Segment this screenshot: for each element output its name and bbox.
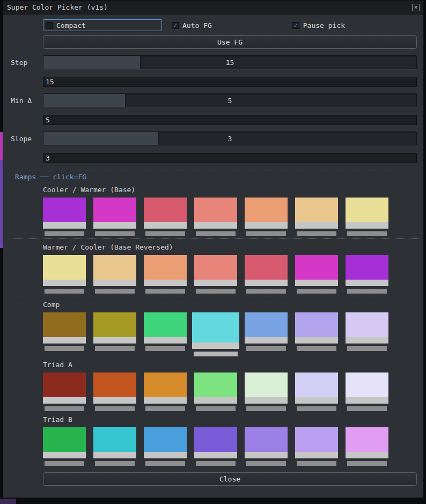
ramps-header: Ramps ── click=FG (15, 172, 417, 181)
min-delta-slider[interactable]: 5 (43, 93, 417, 107)
color-swatch[interactable] (93, 312, 136, 351)
swatch-tone-strip (192, 342, 239, 349)
swatch-color (295, 255, 338, 280)
color-swatch[interactable] (245, 255, 288, 294)
min-delta-entry[interactable] (43, 115, 417, 125)
swatch-tone-strip (144, 397, 187, 404)
color-swatch[interactable] (194, 372, 237, 411)
color-swatch[interactable] (346, 427, 388, 466)
color-swatch[interactable] (194, 198, 237, 236)
swatch-color (144, 312, 187, 337)
swatch-tone-strip (194, 222, 237, 229)
swatch-tone-strip (144, 222, 187, 229)
titlebar[interactable]: Super Color Picker (v1s) × (3, 1, 423, 14)
swatch-gray-bar (95, 231, 135, 236)
color-swatch[interactable] (43, 312, 86, 351)
color-swatch[interactable] (245, 372, 288, 411)
swatch-color (93, 255, 136, 280)
color-swatch[interactable] (144, 312, 187, 351)
color-swatch[interactable] (144, 255, 187, 294)
swatch-color (43, 198, 86, 222)
window-close-button[interactable]: × (412, 4, 420, 11)
swatch-color (43, 427, 86, 452)
swatch-gray-bar (347, 346, 387, 351)
color-swatch[interactable] (245, 427, 288, 466)
auto-fg-checkbox[interactable]: ✓ Auto FG (172, 19, 212, 31)
step-entry[interactable] (43, 77, 417, 87)
swatch-gray-bar (145, 406, 185, 411)
swatch-tone-strip (245, 280, 288, 286)
pause-pick-checkbox[interactable]: ✓ Pause pick (292, 19, 345, 31)
swatch-gray-bar (196, 461, 236, 466)
color-swatch[interactable] (144, 372, 187, 411)
swatch-tone-strip (93, 337, 136, 344)
swatch-color (346, 198, 388, 222)
swatch-gray-bar (95, 289, 135, 294)
color-swatch[interactable] (192, 312, 239, 356)
checkmark-icon: ✓ (173, 22, 177, 28)
swatch-gray-bar (45, 289, 84, 294)
swatch-color (346, 255, 388, 280)
color-swatch[interactable] (194, 427, 237, 466)
use-fg-button[interactable]: Use FG (43, 35, 417, 49)
swatch-tone-strip (194, 452, 237, 458)
color-swatch[interactable] (295, 312, 338, 351)
checkbox-icon: ✓ (172, 22, 179, 29)
swatch-tone-strip (144, 337, 187, 344)
color-swatch[interactable] (295, 198, 338, 236)
slope-entry[interactable] (43, 153, 417, 163)
slider-rows: Step15Min Δ5Slope3 (11, 55, 417, 163)
swatch-row (43, 372, 417, 411)
color-swatch[interactable] (295, 255, 338, 294)
color-swatch[interactable] (346, 372, 388, 411)
step-slider[interactable]: 15 (43, 55, 417, 69)
color-swatch[interactable] (43, 372, 86, 411)
min-delta-slider-value: 5 (43, 94, 416, 107)
color-swatch[interactable] (295, 372, 338, 411)
swatch-gray-bar (297, 406, 336, 411)
color-swatch[interactable] (43, 427, 86, 466)
background-canvas-strip (0, 499, 16, 504)
swatch-tone-strip (194, 280, 237, 286)
color-swatch[interactable] (93, 198, 136, 236)
swatch-color (245, 427, 288, 452)
color-swatch[interactable] (194, 255, 237, 294)
swatch-row (43, 427, 417, 466)
color-swatch[interactable] (93, 372, 136, 411)
swatch-color (194, 198, 237, 222)
color-swatch[interactable] (245, 198, 288, 236)
swatch-gray-bar (95, 346, 135, 351)
swatch-color (194, 255, 237, 280)
color-swatch[interactable] (93, 255, 136, 294)
close-button[interactable]: Close (43, 472, 417, 486)
swatch-tone-strip (245, 222, 288, 229)
swatch-tone-strip (346, 280, 388, 286)
swatch-color (194, 427, 237, 452)
color-swatch[interactable] (144, 198, 187, 236)
checkmark-icon: ✓ (294, 22, 298, 28)
compact-checkbox[interactable]: ✓ Compact (43, 19, 162, 31)
color-swatch[interactable] (93, 427, 136, 466)
swatch-gray-bar (347, 406, 387, 411)
swatch-color (144, 255, 187, 280)
slope-slider[interactable]: 3 (43, 132, 417, 145)
color-swatch[interactable] (346, 198, 388, 236)
options-row: ✓ Compact ✓ Auto FG ✓ Pause pick (43, 19, 417, 31)
ramp-section: Triad A (11, 361, 417, 411)
color-swatch[interactable] (346, 312, 388, 351)
color-swatch[interactable] (144, 427, 187, 466)
color-swatch[interactable] (245, 312, 288, 351)
color-swatch[interactable] (295, 427, 338, 466)
auto-fg-checkbox-label: Auto FG (182, 21, 212, 30)
swatch-gray-bar (297, 461, 336, 466)
swatch-gray-bar (145, 289, 185, 294)
super-color-picker-window: Super Color Picker (v1s) × ✓ Compact ✓ A… (3, 0, 424, 498)
ramp-section: Cooler / Warmer (Base) (11, 186, 417, 236)
checkbox-icon: ✓ (292, 22, 299, 29)
swatch-tone-strip (295, 222, 338, 229)
color-swatch[interactable] (43, 198, 86, 236)
swatch-color (346, 372, 388, 397)
color-swatch[interactable] (43, 255, 86, 294)
swatch-tone-strip (144, 452, 187, 458)
color-swatch[interactable] (346, 255, 388, 294)
